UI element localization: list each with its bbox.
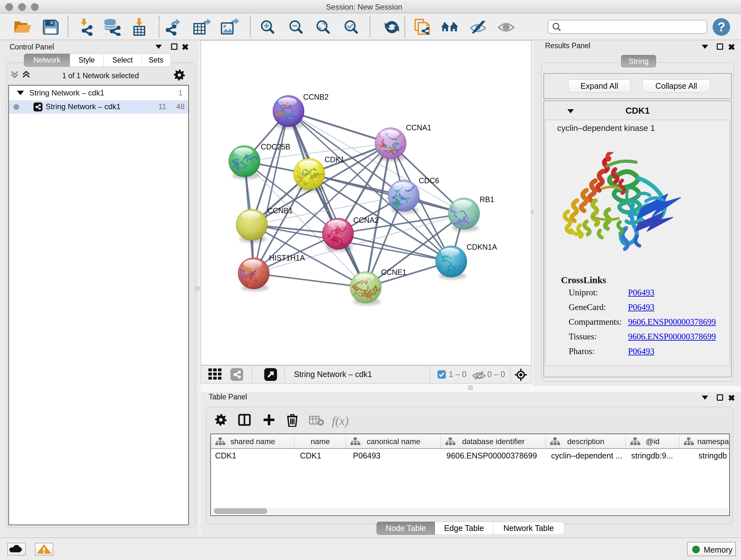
svg-text:CDKN1A: CDKN1A (467, 243, 497, 251)
svg-text:CCNB1: CCNB1 (267, 206, 293, 215)
svg-text:CCNB2: CCNB2 (303, 93, 329, 101)
svg-text:CCNA2: CCNA2 (353, 216, 379, 225)
svg-text:HIST1H1A: HIST1H1A (269, 254, 305, 262)
svg-text:CDC6: CDC6 (419, 177, 439, 185)
svg-text:CDC25B: CDC25B (261, 143, 290, 151)
svg-text:CCNE1: CCNE1 (381, 268, 407, 276)
svg-text:CCNA1: CCNA1 (406, 124, 431, 132)
svg-text:RB1: RB1 (480, 195, 494, 204)
svg-text:CDK1: CDK1 (325, 155, 345, 164)
